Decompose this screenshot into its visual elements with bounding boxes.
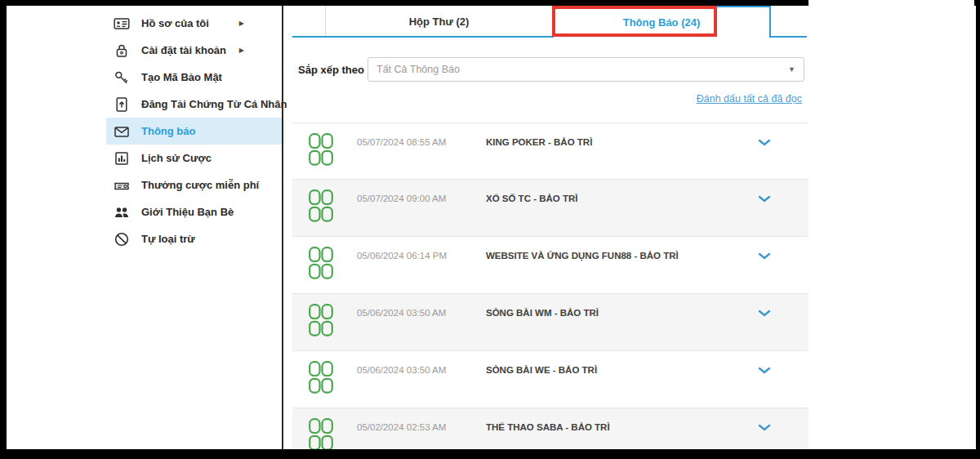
selected-filter-value: Tất Cả Thông Báo bbox=[376, 64, 788, 75]
sidebar-divider bbox=[282, 6, 283, 449]
tab-notifications-label: Thông Báo (24) bbox=[623, 16, 701, 29]
notification-date: 05/07/2024 09:00 AM bbox=[357, 194, 446, 203]
profile-card-icon bbox=[113, 16, 131, 32]
notification-row[interactable]: 05/06/2024 03:50 AM SÒNG BÀI WE - BẢO TR… bbox=[292, 351, 808, 408]
image-border-right bbox=[976, 0, 980, 459]
tab-underline bbox=[292, 36, 552, 38]
lock-icon bbox=[113, 42, 131, 59]
key-icon bbox=[113, 69, 131, 86]
refer-friends-icon bbox=[113, 204, 131, 221]
sidebar-item-label: Tự loại trừ bbox=[141, 233, 195, 245]
sidebar-item-self-exclusion[interactable]: Tự loại trừ bbox=[106, 225, 282, 252]
dropdown-arrow-icon: ▼ bbox=[788, 65, 795, 74]
sidebar-item-bet-history[interactable]: Lịch sử Cược bbox=[106, 145, 282, 172]
tab-inbox[interactable]: Hộp Thư (2) bbox=[325, 6, 552, 38]
notification-title: THỂ THAO SABA - BẢO TRÌ bbox=[486, 422, 610, 432]
mail-icon bbox=[113, 123, 131, 140]
sidebar-item-create-security-code[interactable]: Tạo Mã Bảo Mật bbox=[106, 64, 282, 91]
notification-list: 05/07/2024 08:55 AM KING POKER - BẢO TRÌ… bbox=[292, 123, 808, 449]
notification-row[interactable]: 05/02/2024 02:53 AM THỂ THAO SABA - BẢO … bbox=[292, 408, 808, 449]
fun88-clover-icon bbox=[309, 189, 333, 225]
fun88-clover-icon bbox=[309, 361, 333, 397]
bet-history-chart-icon bbox=[113, 150, 131, 167]
chevron-down-icon[interactable] bbox=[758, 421, 771, 435]
image-border-left bbox=[0, 0, 7, 459]
sidebar-item-notifications[interactable]: Thông báo bbox=[106, 118, 282, 145]
notification-date: 05/06/2024 03:50 AM bbox=[357, 365, 446, 375]
fun88-clover-icon bbox=[309, 418, 333, 449]
sidebar-item-label: Lịch sử Cược bbox=[141, 152, 212, 164]
tab-inbox-label: Hộp Thư (2) bbox=[409, 16, 470, 28]
image-border-bottom bbox=[0, 449, 980, 459]
sidebar-item-label: Đăng Tải Chứng Từ Cá Nhân bbox=[141, 98, 287, 110]
sidebar-item-label: Giới Thiệu Bạn Bè bbox=[141, 206, 234, 218]
notifications-panel: Hộp Thư (2) Thông Báo (24) Sắp xếp theo … bbox=[292, 6, 808, 449]
free-bet-ticket-icon bbox=[113, 177, 131, 194]
sidebar-item-refer-friends[interactable]: Giới Thiệu Bạn Bè bbox=[106, 198, 282, 225]
fun88-clover-icon bbox=[309, 247, 333, 283]
notification-date: 05/06/2024 06:14 PM bbox=[357, 251, 447, 261]
notification-filter-select[interactable]: Tất Cả Thông Báo ▼ bbox=[368, 57, 804, 82]
chevron-down-icon[interactable] bbox=[758, 192, 771, 207]
sidebar-item-label: Tạo Mã Bảo Mật bbox=[141, 71, 222, 83]
sidebar-item-label: Hồ sơ của tôi bbox=[141, 17, 209, 29]
sidebar-item-label: Thông báo bbox=[141, 125, 195, 137]
sidebar-item-label: Cài đặt tài khoản bbox=[141, 44, 226, 56]
chevron-down-icon[interactable] bbox=[758, 306, 771, 321]
chevron-down-icon[interactable] bbox=[758, 136, 771, 150]
chevron-down-icon[interactable] bbox=[758, 363, 771, 378]
mark-all-read-link[interactable]: Đánh dấu tất cả đã đọc bbox=[697, 93, 802, 105]
sidebar-item-free-bet[interactable]: Thưởng cược miễn phí bbox=[106, 172, 282, 198]
screenshot-canvas: Hồ sơ của tôi ▶ Cài đặt tài khoản ▶ Tạo … bbox=[0, 0, 980, 459]
sidebar-item-upload-documents[interactable]: Đăng Tải Chứng Từ Cá Nhân bbox=[106, 91, 282, 118]
account-sidebar: Hồ sơ của tôi ▶ Cài đặt tài khoản ▶ Tạo … bbox=[7, 6, 282, 449]
sidebar-item-account-settings[interactable]: Cài đặt tài khoản ▶ bbox=[106, 37, 282, 64]
upload-document-icon bbox=[113, 96, 131, 113]
sidebar-menu: Hồ sơ của tôi ▶ Cài đặt tài khoản ▶ Tạo … bbox=[7, 6, 282, 252]
sidebar-item-my-profile[interactable]: Hồ sơ của tôi ▶ bbox=[106, 10, 282, 37]
tab-underline bbox=[771, 36, 807, 38]
notification-date: 05/06/2024 03:50 AM bbox=[357, 308, 446, 318]
tab-notifications[interactable]: Thông Báo (24) bbox=[552, 6, 771, 38]
notification-date: 05/07/2024 08:55 AM bbox=[357, 137, 446, 147]
notification-title: XỔ SỐ TC - BẢO TRÌ bbox=[486, 194, 577, 203]
submenu-arrow-icon: ▶ bbox=[239, 47, 244, 54]
notification-title: SÒNG BÀI WM - BẢO TRÌ bbox=[486, 308, 599, 318]
tab-bar: Hộp Thư (2) Thông Báo (24) bbox=[292, 6, 808, 38]
image-border-top bbox=[0, 0, 808, 6]
self-exclusion-icon bbox=[113, 231, 131, 247]
notification-title: KING POKER - BẢO TRÌ bbox=[486, 137, 592, 147]
submenu-arrow-icon: ▶ bbox=[239, 20, 244, 27]
notification-row[interactable]: 05/06/2024 03:50 AM SÒNG BÀI WM - BẢO TR… bbox=[292, 294, 808, 351]
notification-date: 05/02/2024 02:53 AM bbox=[357, 422, 446, 432]
sort-by-label: Sắp xếp theo bbox=[298, 64, 364, 76]
notification-title: WEBSITE VÀ ỨNG DỤNG FUN88 - BẢO TRÌ bbox=[486, 251, 679, 261]
notification-row[interactable]: 05/07/2024 09:00 AM XỔ SỐ TC - BẢO TRÌ bbox=[292, 180, 808, 237]
chevron-down-icon[interactable] bbox=[758, 249, 771, 264]
fun88-clover-icon bbox=[309, 304, 333, 340]
notification-row[interactable]: 05/07/2024 08:55 AM KING POKER - BẢO TRÌ bbox=[292, 123, 808, 180]
notification-row[interactable]: 05/06/2024 06:14 PM WEBSITE VÀ ỨNG DỤNG … bbox=[292, 237, 808, 294]
fun88-clover-icon bbox=[309, 133, 333, 169]
notification-title: SÒNG BÀI WE - BẢO TRÌ bbox=[486, 365, 597, 375]
sidebar-item-label: Thưởng cược miễn phí bbox=[141, 179, 259, 191]
